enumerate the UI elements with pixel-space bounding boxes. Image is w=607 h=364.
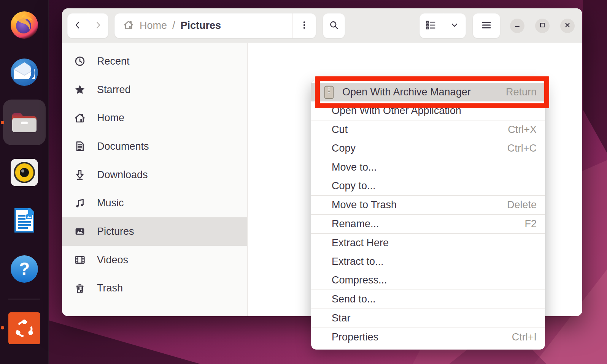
sidebar-item-label: Home <box>97 112 124 124</box>
nav-buttons <box>67 13 108 38</box>
breadcrumb-home[interactable]: Home <box>140 20 167 32</box>
menu-item-compress[interactable]: Compress... <box>311 271 545 290</box>
app-center-running-indicator <box>1 326 4 329</box>
sidebar-item-label: Recent <box>97 55 130 67</box>
ubuntu-app-center-icon <box>8 312 41 345</box>
chevron-down-icon <box>450 20 459 32</box>
sidebar-item-music[interactable]: Music <box>62 189 247 217</box>
menu-item-copy-to[interactable]: Copy to... <box>311 177 545 195</box>
rhythmbox-icon <box>9 157 40 188</box>
sidebar-item-downloads[interactable]: Downloads <box>62 161 247 189</box>
dock: ? <box>0 0 49 364</box>
sidebar-item-label: Documents <box>97 141 149 152</box>
sidebar-item-label: Videos <box>97 254 128 266</box>
sidebar-item-trash[interactable]: Trash <box>62 274 247 303</box>
home-icon <box>73 112 86 124</box>
annotation-highlight-box <box>315 76 549 108</box>
maximize-icon <box>539 22 546 30</box>
dock-item-help[interactable]: ? <box>9 254 40 284</box>
sidebar-item-recent[interactable]: Recent <box>62 47 247 76</box>
search-icon <box>329 20 339 32</box>
maximize-button[interactable] <box>535 19 550 33</box>
context-menu: Open With Archive Manager Return Open Wi… <box>311 80 545 350</box>
sidebar-item-home[interactable]: Home <box>62 104 247 132</box>
dock-item-rhythmbox[interactable] <box>9 157 40 188</box>
files-running-indicator <box>1 121 4 124</box>
downloads-icon <box>73 169 86 181</box>
chevron-right-icon <box>93 20 103 32</box>
back-button[interactable] <box>67 13 88 38</box>
menu-item-extract-to[interactable]: Extract to... <box>311 252 545 271</box>
dock-item-files[interactable] <box>9 107 40 138</box>
view-toggle <box>419 13 466 38</box>
window-controls <box>510 19 575 33</box>
view-options-button[interactable] <box>443 13 466 38</box>
sidebar-item-label: Music <box>97 197 124 209</box>
sidebar-item-label: Downloads <box>97 169 148 181</box>
dock-separator <box>8 299 40 299</box>
dock-item-firefox[interactable] <box>9 9 40 40</box>
minimize-icon <box>514 22 521 30</box>
menu-item-send-to[interactable]: Send to... <box>311 290 545 309</box>
path-menu-button[interactable] <box>292 13 316 38</box>
breadcrumb-current[interactable]: Pictures <box>181 20 221 32</box>
sidebar-item-starred[interactable]: Starred <box>62 76 247 104</box>
sidebar-item-label: Trash <box>97 282 123 294</box>
path-bar[interactable]: Home / Pictures <box>114 13 316 38</box>
breadcrumb-separator: / <box>172 20 175 32</box>
menu-item-properties[interactable]: Properties Ctrl+I <box>311 328 545 347</box>
music-icon <box>73 197 86 209</box>
recent-icon <box>73 55 86 67</box>
svg-text:?: ? <box>19 259 30 279</box>
menu-item-move-to[interactable]: Move to... <box>311 158 545 177</box>
menu-item-extract-here[interactable]: Extract Here <box>311 234 545 252</box>
home-icon <box>123 19 134 32</box>
sidebar-item-label: Pictures <box>97 226 134 237</box>
sidebar-item-pictures[interactable]: Pictures <box>62 217 247 246</box>
firefox-icon <box>9 9 40 40</box>
list-view-button[interactable] <box>419 13 443 38</box>
libreoffice-writer-icon <box>9 205 40 236</box>
dock-item-app-center[interactable] <box>8 312 41 345</box>
list-view-icon <box>425 19 437 32</box>
menu-item-move-to-trash[interactable]: Move to Trash Delete <box>311 196 545 214</box>
search-button[interactable] <box>323 13 345 38</box>
pictures-icon <box>73 225 86 237</box>
menu-item-cut[interactable]: Cut Ctrl+X <box>311 120 545 139</box>
close-button[interactable] <box>560 19 575 33</box>
forward-button[interactable] <box>88 13 109 38</box>
menu-item-star[interactable]: Star <box>311 309 545 328</box>
close-icon <box>564 22 571 30</box>
sidebar-item-documents[interactable]: Documents <box>62 132 247 161</box>
trash-icon <box>73 282 86 294</box>
chevron-left-icon <box>73 20 83 32</box>
sidebar: Recent Starred Home Documents Downloads <box>62 43 248 316</box>
sidebar-item-videos[interactable]: Videos <box>62 246 247 274</box>
sidebar-item-label: Starred <box>97 84 131 96</box>
hamburger-menu-icon <box>481 19 492 32</box>
main-menu-button[interactable] <box>473 13 500 38</box>
videos-icon <box>73 254 86 266</box>
documents-icon <box>73 140 86 152</box>
files-icon <box>9 107 40 138</box>
menu-item-rename[interactable]: Rename... F2 <box>311 215 545 233</box>
menu-item-copy[interactable]: Copy Ctrl+C <box>311 139 545 158</box>
thunderbird-icon <box>9 57 40 87</box>
headerbar: Home / Pictures <box>62 8 582 43</box>
minimize-button[interactable] <box>510 19 524 33</box>
help-icon: ? <box>9 254 40 284</box>
kebab-menu-icon <box>299 20 309 32</box>
starred-icon <box>73 84 86 96</box>
dock-item-libreoffice-writer[interactable] <box>9 205 40 236</box>
dock-item-thunderbird[interactable] <box>9 57 40 87</box>
